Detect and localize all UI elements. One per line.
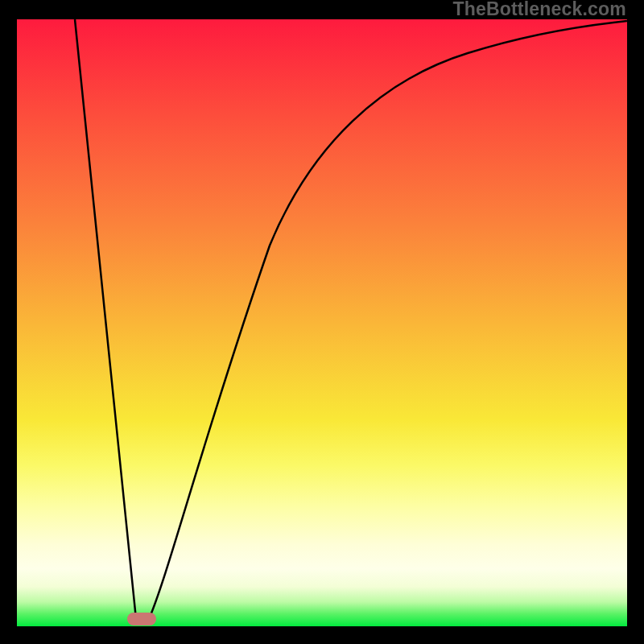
watermark-text: TheBottleneck.com <box>452 0 626 19</box>
optimum-marker <box>127 613 156 625</box>
bottleneck-curve <box>17 19 627 626</box>
chart-frame: TheBottleneck.com <box>0 0 644 644</box>
plot-area <box>17 19 627 626</box>
